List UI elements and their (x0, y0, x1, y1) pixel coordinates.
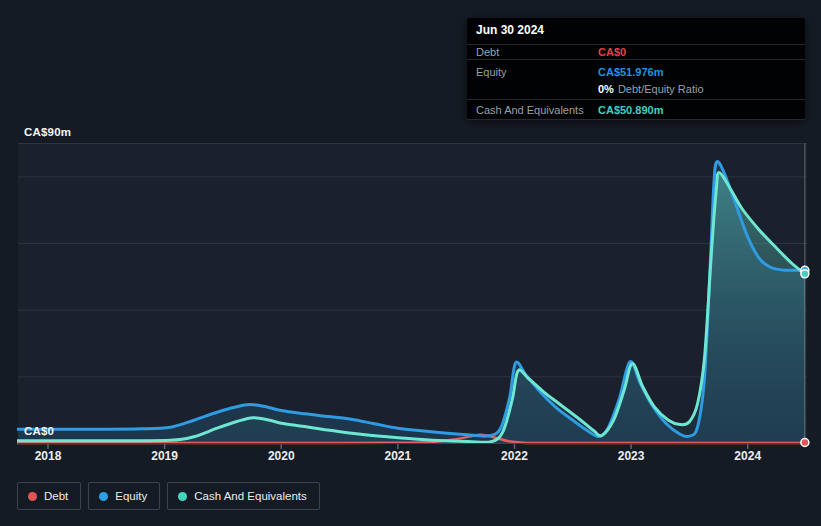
x-axis-label-2023: 2023 (609, 449, 653, 463)
tooltip-row-ratio: 0%Debt/Equity Ratio (467, 80, 805, 100)
x-axis-label-2024: 2024 (726, 449, 770, 463)
legend-dot (28, 492, 37, 501)
legend-item-equity[interactable]: Equity (88, 482, 160, 510)
tooltip-row-equity: Equity CA$51.976m (467, 60, 805, 80)
tooltip-cash-value: CA$50.890m (598, 104, 663, 116)
tooltip-ratio-text: Debt/Equity Ratio (618, 83, 704, 95)
legend-dot (178, 492, 187, 501)
chart-legend: DebtEquityCash And Equivalents (17, 482, 320, 510)
x-axis-label-2021: 2021 (376, 449, 420, 463)
x-axis-label-2018: 2018 (26, 449, 70, 463)
cash-area (18, 172, 805, 443)
debt-endpoint-marker[interactable] (801, 439, 809, 447)
legend-item-debt[interactable]: Debt (17, 482, 81, 510)
tooltip-ratio-pct: 0% (598, 83, 614, 95)
x-axis-label-2019: 2019 (143, 449, 187, 463)
legend-label: Equity (115, 490, 147, 502)
legend-dot (99, 492, 108, 501)
equity-line (18, 162, 805, 437)
x-axis-label-2022: 2022 (492, 449, 536, 463)
y-axis-label-zero: CA$0 (24, 425, 54, 437)
tooltip-row-debt: Debt CA$0 (467, 45, 805, 60)
tooltip-cash-label: Cash And Equivalents (476, 104, 598, 116)
tooltip-ratio: 0%Debt/Equity Ratio (598, 83, 704, 95)
y-axis-label-max: CA$90m (24, 126, 71, 138)
legend-item-cash-and-equivalents[interactable]: Cash And Equivalents (167, 482, 320, 510)
x-axis-label-2020: 2020 (259, 449, 303, 463)
legend-label: Debt (44, 490, 68, 502)
equity-area (18, 162, 805, 444)
tooltip-equity-label: Equity (476, 66, 598, 78)
tooltip-debt-label: Debt (476, 46, 598, 58)
cash-endpoint-marker[interactable] (801, 270, 809, 278)
tooltip-equity-value: CA$51.976m (598, 66, 663, 78)
debt-equity-chart-screenshot: CA$90m CA$0 2018201920202021202220232024… (0, 0, 821, 526)
tooltip-date: Jun 30 2024 (467, 18, 805, 45)
chart-series-group (18, 162, 805, 444)
legend-label: Cash And Equivalents (194, 490, 307, 502)
cash-line (18, 172, 805, 442)
chart-tooltip: Jun 30 2024 Debt CA$0 Equity CA$51.976m … (467, 18, 805, 120)
tooltip-row-cash: Cash And Equivalents CA$50.890m (467, 100, 805, 120)
tooltip-debt-value: CA$0 (598, 46, 626, 58)
